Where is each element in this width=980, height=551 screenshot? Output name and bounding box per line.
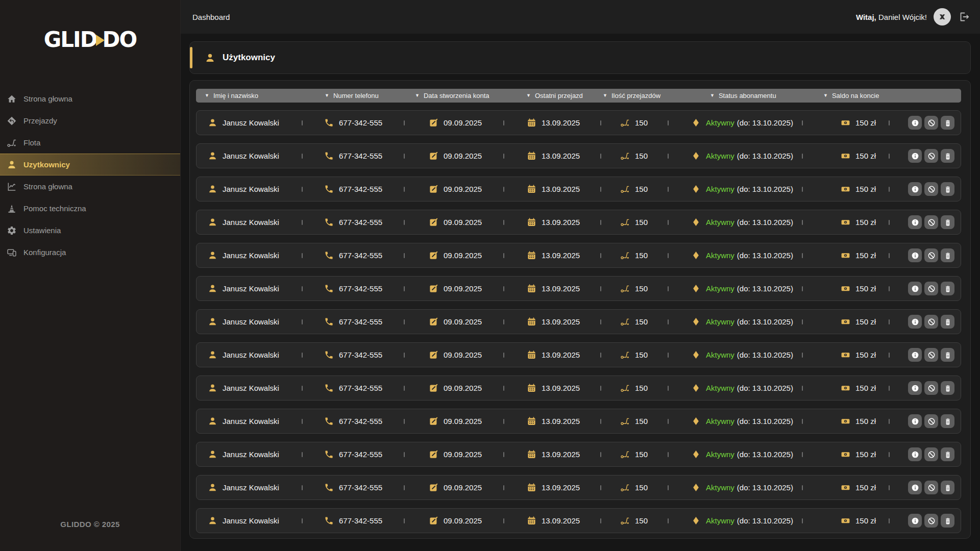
block-button[interactable] <box>924 282 938 295</box>
info-icon <box>911 517 919 525</box>
sidebar-item-przejazdy[interactable]: Przejazdy <box>0 110 180 132</box>
phone-number: 677-342-555 <box>339 218 382 227</box>
delete-button[interactable] <box>941 116 954 130</box>
info-button[interactable] <box>908 514 922 528</box>
info-icon <box>911 218 919 227</box>
info-button[interactable] <box>908 282 922 295</box>
delete-button[interactable] <box>941 348 954 362</box>
info-button[interactable] <box>908 348 922 362</box>
diamond-icon <box>691 350 701 360</box>
cell-last-ride: 13.09.2025 <box>504 144 601 168</box>
block-button[interactable] <box>924 514 938 528</box>
sidebar-item-strona-glowna[interactable]: Strona głowna <box>0 88 180 110</box>
info-button[interactable] <box>908 481 922 494</box>
user-icon <box>208 483 217 492</box>
user-name: Janusz Kowalski <box>223 218 279 227</box>
status-until: (do: 13.10.2025) <box>737 218 793 227</box>
banknote-icon <box>841 184 850 194</box>
edit-note-icon <box>429 483 438 492</box>
delete-button[interactable] <box>941 182 954 196</box>
delete-button[interactable] <box>941 149 954 163</box>
info-button[interactable] <box>908 381 922 395</box>
phone-icon <box>324 251 334 260</box>
column-header-balance[interactable]: ▼Saldo na koncie <box>823 92 961 99</box>
column-header-last-ride[interactable]: ▼Ostatni przejazd <box>526 92 603 99</box>
calendar-icon <box>527 151 536 161</box>
scooter-icon <box>620 516 630 525</box>
trash-icon <box>944 119 952 127</box>
cell-last-ride: 13.09.2025 <box>504 409 601 433</box>
sidebar-item-ustawienia[interactable]: Ustawienia <box>0 219 180 241</box>
column-header-created[interactable]: ▼Data stworzenia konta <box>415 92 526 99</box>
block-button[interactable] <box>924 481 938 494</box>
delete-button[interactable] <box>941 282 954 295</box>
info-button[interactable] <box>908 447 922 461</box>
block-button[interactable] <box>924 447 938 461</box>
column-header-phone[interactable]: ▼Numer telefonu <box>325 92 415 99</box>
ban-icon <box>927 152 936 160</box>
status-badge: Aktywny <box>706 284 734 293</box>
column-header-status[interactable]: ▼Status abonamentu <box>710 92 823 99</box>
block-button[interactable] <box>924 215 938 229</box>
block-button[interactable] <box>924 315 938 329</box>
cell-last-ride: 13.09.2025 <box>504 177 601 201</box>
info-button[interactable] <box>908 182 922 196</box>
info-button[interactable] <box>908 149 922 163</box>
column-label: Data stworzenia konta <box>424 92 489 99</box>
filter-icon: ▼ <box>710 93 715 98</box>
info-button[interactable] <box>908 248 922 262</box>
block-button[interactable] <box>924 348 938 362</box>
cell-divider <box>889 319 890 324</box>
avatar[interactable] <box>934 8 951 26</box>
info-button[interactable] <box>908 315 922 329</box>
delete-button[interactable] <box>941 248 954 262</box>
user-name: Janusz Kowalski <box>223 350 279 359</box>
cell-divider <box>668 286 669 291</box>
delete-button[interactable] <box>941 481 954 494</box>
block-button[interactable] <box>924 381 938 395</box>
info-button[interactable] <box>908 414 922 428</box>
cell-balance: 150 zł <box>802 310 889 334</box>
block-button[interactable] <box>924 149 938 163</box>
cell-last-ride: 13.09.2025 <box>504 111 601 135</box>
delete-button[interactable] <box>941 215 954 229</box>
balance-value: 150 zł <box>855 350 876 359</box>
main-area: Dashboard Witaj, Daniel Wójcik! Użytkown… <box>181 0 980 551</box>
logout-button[interactable] <box>958 10 971 23</box>
info-button[interactable] <box>908 215 922 229</box>
column-header-rides[interactable]: ▼Ilość przejazdów <box>603 92 710 99</box>
calendar-icon <box>527 383 536 393</box>
cell-divider <box>503 319 504 324</box>
delete-button[interactable] <box>941 315 954 329</box>
sidebar-item-konfiguracja[interactable]: Konfiguracja <box>0 241 180 263</box>
cell-divider <box>404 319 405 324</box>
edit-note-icon <box>429 217 438 227</box>
delete-button[interactable] <box>941 414 954 428</box>
info-icon <box>911 119 919 127</box>
sidebar-item-strona-glowna-2[interactable]: Strona głowna <box>0 176 180 197</box>
block-button[interactable] <box>924 414 938 428</box>
delete-button[interactable] <box>941 381 954 395</box>
cell-divider <box>503 353 504 358</box>
cell-actions <box>889 475 961 499</box>
block-button[interactable] <box>924 248 938 262</box>
rides-count: 150 <box>635 516 648 525</box>
block-button[interactable] <box>924 182 938 196</box>
delete-button[interactable] <box>941 447 954 461</box>
block-button[interactable] <box>924 116 938 130</box>
rides-count: 150 <box>635 417 648 425</box>
sidebar-item-flota[interactable]: Flota <box>0 132 180 154</box>
cell-created: 09.09.2025 <box>404 475 504 499</box>
column-header-name[interactable]: ▼Imię i nazwisko <box>205 92 325 99</box>
trash-icon <box>944 318 952 326</box>
info-button[interactable] <box>908 116 922 130</box>
delete-button[interactable] <box>941 514 954 528</box>
status-badge: Aktywny <box>706 516 734 525</box>
sidebar-item-pomoc-techniczna[interactable]: Pomoc techniczna <box>0 197 180 219</box>
cell-divider <box>668 220 669 225</box>
banknote-icon <box>841 284 850 293</box>
cell-name: Janusz Kowalski <box>197 111 302 135</box>
sidebar-item-uzytkownicy[interactable]: Uzytkownicy <box>0 154 180 176</box>
cell-phone: 677-342-555 <box>302 177 404 201</box>
cell-divider <box>802 452 803 457</box>
